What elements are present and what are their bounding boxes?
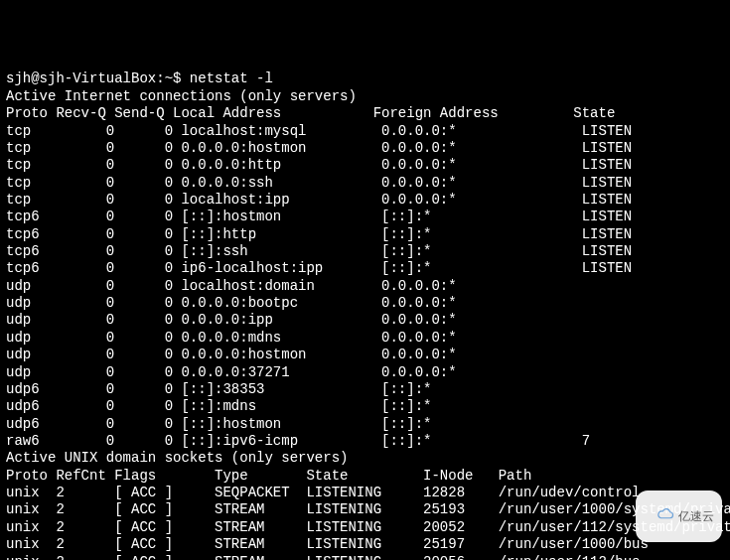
terminal-line: udp 0 0 0.0.0.0:37271 0.0.0.0:* (6, 364, 730, 381)
terminal-line: raw6 0 0 [::]:ipv6-icmp [::]:* 7 (6, 433, 730, 450)
terminal-line: unix 2 [ ACC ] SEQPACKET LISTENING 12828… (6, 485, 730, 501)
terminal-line: udp 0 0 0.0.0.0:bootpc 0.0.0.0:* (6, 295, 730, 312)
terminal-line: Active UNIX domain sockets (only servers… (6, 450, 730, 467)
terminal-line: tcp 0 0 localhost:mysql 0.0.0.0:* LISTEN (6, 123, 730, 140)
terminal-line: udp 0 0 0.0.0.0:hostmon 0.0.0.0:* (6, 347, 730, 363)
terminal-line: tcp6 0 0 [::]:ssh [::]:* LISTEN (6, 243, 730, 260)
terminal-line: udp6 0 0 [::]:hostmon [::]:* (6, 416, 730, 433)
watermark-badge: 亿速云 (636, 490, 722, 542)
terminal-line: unix 2 [ ACC ] STREAM LISTENING 20052 /r… (6, 519, 730, 536)
terminal-line: unix 2 [ ACC ] STREAM LISTENING 20056 /r… (6, 554, 730, 561)
terminal-line: Proto RefCnt Flags Type State I-Node Pat… (6, 468, 730, 485)
terminal-line: udp 0 0 localhost:domain 0.0.0.0:* (6, 278, 730, 295)
terminal-line: unix 2 [ ACC ] STREAM LISTENING 25193 /r… (6, 501, 730, 518)
terminal-line: tcp6 0 0 [::]:http [::]:* LISTEN (6, 226, 730, 243)
terminal-line: tcp6 0 0 [::]:hostmon [::]:* LISTEN (6, 209, 730, 225)
cloud-icon (644, 493, 674, 539)
terminal-line: udp 0 0 0.0.0.0:ipp 0.0.0.0:* (6, 312, 730, 329)
terminal-line: tcp 0 0 0.0.0.0:http 0.0.0.0:* LISTEN (6, 157, 730, 174)
terminal-line: Proto Recv-Q Send-Q Local Address Foreig… (6, 105, 730, 122)
watermark-text: 亿速云 (678, 509, 714, 524)
terminal-line: tcp6 0 0 ip6-localhost:ipp [::]:* LISTEN (6, 260, 730, 277)
terminal-line: udp6 0 0 [::]:38353 [::]:* (6, 381, 730, 398)
terminal-line: tcp 0 0 localhost:ipp 0.0.0.0:* LISTEN (6, 192, 730, 209)
terminal-line: udp6 0 0 [::]:mdns [::]:* (6, 398, 730, 415)
terminal-line: tcp 0 0 0.0.0.0:hostmon 0.0.0.0:* LISTEN (6, 140, 730, 157)
terminal-line: tcp 0 0 0.0.0.0:ssh 0.0.0.0:* LISTEN (6, 175, 730, 192)
terminal-output: sjh@sjh-VirtualBox:~$ netstat -lActive I… (6, 70, 730, 560)
terminal-line: Active Internet connections (only server… (6, 88, 730, 105)
terminal-line: sjh@sjh-VirtualBox:~$ netstat -l (6, 70, 730, 87)
terminal-line: unix 2 [ ACC ] STREAM LISTENING 25197 /r… (6, 536, 730, 553)
terminal-line: udp 0 0 0.0.0.0:mdns 0.0.0.0:* (6, 330, 730, 347)
